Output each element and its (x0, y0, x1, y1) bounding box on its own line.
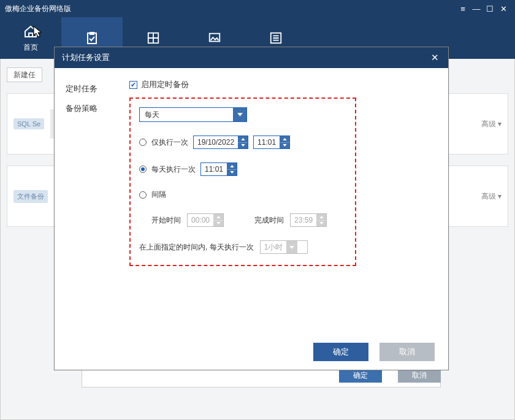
titlebar: 傲梅企业备份网络版 ≡ ― ☐ ✕ (0, 0, 515, 17)
end-time-field: 23:59 (290, 213, 327, 227)
dialog-ok-button[interactable]: 确定 (313, 343, 368, 361)
option-daily-row: 每天执行一次 11:01 (139, 162, 346, 176)
schedule-dialog: 计划任务设置 ✕ 定时任务 备份策略 ✔ 启用定时备份 每天 (54, 47, 449, 370)
app-title: 傲梅企业备份网络版 (5, 4, 456, 14)
card-sql-adv[interactable]: 高级 ▾ (481, 119, 502, 129)
spin-down-icon (316, 220, 326, 227)
start-time-field: 00:00 (187, 213, 224, 227)
once-time-value: 11:01 (254, 138, 280, 147)
dialog-nav: 定时任务 备份策略 (55, 68, 129, 334)
list-icon[interactable]: ≡ (456, 4, 470, 13)
dialog-close-icon[interactable]: ✕ (429, 52, 441, 63)
once-time-field[interactable]: 11:01 (253, 136, 290, 149)
dialog-header: 计划任务设置 ✕ (55, 47, 448, 68)
spin-up-icon (213, 214, 223, 220)
enable-checkbox[interactable]: ✔ (129, 81, 137, 89)
spin-down-icon[interactable] (280, 142, 289, 149)
repeat-row: 在上面指定的时间内, 每天执行一次 1小时 (139, 240, 346, 254)
frequency-select[interactable]: 每天 (139, 107, 247, 122)
spin-up-icon (316, 214, 326, 220)
windows-icon (145, 30, 161, 46)
radio-once[interactable] (139, 139, 147, 146)
frequency-value: 每天 (140, 110, 233, 120)
home-icon (23, 24, 39, 40)
dialog-body: 定时任务 备份策略 ✔ 启用定时备份 每天 仅执行一次 (55, 68, 448, 334)
spin-down-icon[interactable] (227, 169, 237, 176)
chevron-down-icon (286, 241, 297, 253)
spin-up-icon[interactable] (280, 136, 289, 142)
dialog-cancel-button[interactable]: 取消 (380, 343, 435, 361)
start-time-value: 00:00 (188, 216, 213, 224)
daily-time-value: 11:01 (201, 165, 227, 174)
dialog-footer: 确定 取消 (55, 334, 448, 370)
spin-up-icon[interactable] (238, 136, 248, 142)
dialog-title: 计划任务设置 (62, 52, 110, 63)
enable-label: 启用定时备份 (141, 79, 189, 90)
nav-policy[interactable]: 备份策略 (66, 99, 129, 118)
radio-interval[interactable] (139, 191, 147, 199)
start-label: 开始时间 (151, 215, 181, 226)
spin-up-icon[interactable] (227, 163, 237, 169)
option-once-row: 仅执行一次 19/10/2022 11:01 (139, 136, 346, 149)
clipboard-check-icon (84, 30, 100, 46)
repeat-select: 1小时 (260, 240, 308, 254)
end-label: 完成时间 (254, 215, 284, 226)
end-time-value: 23:59 (291, 216, 316, 224)
card-file-adv[interactable]: 高级 ▾ (481, 191, 502, 202)
once-date-field[interactable]: 19/10/2022 (193, 136, 248, 149)
close-icon[interactable]: ✕ (497, 4, 510, 13)
nav-schedule[interactable]: 定时任务 (66, 79, 129, 99)
dialog-content: ✔ 启用定时备份 每天 仅执行一次 19/10/2022 (129, 68, 448, 334)
spin-down-icon (213, 220, 223, 227)
image-icon (207, 30, 223, 46)
card-sql-tag: SQL Se (13, 118, 44, 129)
option-interval-row: 间隔 (139, 189, 346, 200)
minimize-icon[interactable]: ― (470, 4, 483, 13)
once-date-value: 19/10/2022 (194, 138, 238, 147)
repeat-note: 在上面指定的时间内, 每天执行一次 (139, 242, 254, 253)
enable-schedule-row[interactable]: ✔ 启用定时备份 (129, 79, 433, 90)
option-interval-label: 间隔 (151, 189, 166, 200)
card-file-tag: 文件备份 (13, 190, 48, 203)
tool-home-label: 首页 (23, 42, 38, 53)
tool-home[interactable]: 首页 (0, 17, 61, 59)
interval-times-row: 开始时间 00:00 完成时间 23:59 (151, 213, 346, 227)
list-lines-icon (268, 30, 284, 46)
option-once-label: 仅执行一次 (151, 137, 188, 148)
radio-daily[interactable] (139, 166, 147, 173)
repeat-value: 1小时 (261, 242, 287, 253)
new-task-button[interactable]: 新建任 (7, 67, 42, 82)
schedule-options-box: 每天 仅执行一次 19/10/2022 (129, 97, 356, 266)
spin-down-icon[interactable] (238, 142, 248, 149)
daily-time-field[interactable]: 11:01 (200, 162, 237, 176)
option-daily-label: 每天执行一次 (151, 164, 196, 175)
maximize-icon[interactable]: ☐ (483, 4, 497, 13)
chevron-down-icon[interactable] (233, 108, 246, 121)
